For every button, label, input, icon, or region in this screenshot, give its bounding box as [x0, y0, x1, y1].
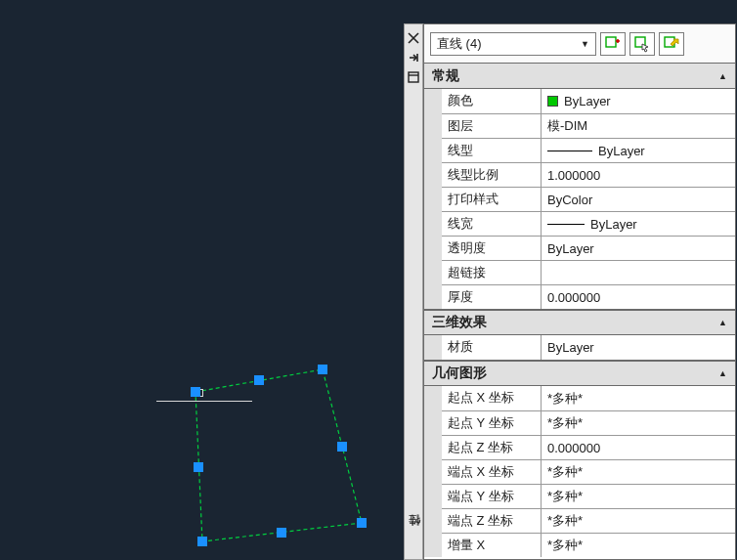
object-type-dropdown[interactable]: 直线 (4) ▼: [430, 32, 596, 56]
prop-row-plotstyle[interactable]: 打印样式 ByColor: [442, 187, 735, 211]
chevron-up-icon: ▲: [718, 71, 727, 81]
prop-row-linetype[interactable]: 线型 ByLayer: [442, 138, 735, 162]
prop-row-lineweight[interactable]: 线宽 ByLayer: [442, 211, 735, 236]
prop-row-start-z[interactable]: 起点 Z 坐标 0.000000: [442, 435, 735, 459]
crosshair-horizontal: [156, 401, 252, 402]
midpoint-grip[interactable]: [337, 442, 347, 452]
prop-value-start-y[interactable]: *多种*: [542, 411, 735, 435]
chevron-up-icon: ▲: [718, 318, 727, 327]
chevron-down-icon: ▼: [581, 39, 589, 49]
prop-row-ltscale[interactable]: 线型比例 1.000000: [442, 162, 735, 187]
prop-row-transparency[interactable]: 透明度 ByLayer: [442, 236, 735, 260]
prop-value-start-z[interactable]: 0.000000: [542, 436, 735, 459]
auto-hide-icon[interactable]: [407, 51, 420, 65]
prop-value-material[interactable]: ByLayer: [542, 335, 735, 360]
prop-row-end-x[interactable]: 端点 X 坐标 *多种*: [442, 459, 735, 484]
prop-value-end-z[interactable]: *多种*: [542, 509, 735, 533]
prop-value-delta-x[interactable]: *多种*: [542, 534, 735, 557]
vertex-grip[interactable]: [357, 518, 367, 528]
prop-value-ltscale[interactable]: 1.000000: [542, 163, 735, 187]
select-objects-button[interactable]: [629, 32, 655, 56]
vertex-grip[interactable]: [191, 387, 200, 397]
color-swatch-icon: [547, 96, 558, 107]
section-gutter: [424, 386, 442, 557]
prop-row-hyperlink[interactable]: 超链接: [442, 260, 735, 284]
prop-row-end-z[interactable]: 端点 Z 坐标 *多种*: [442, 508, 735, 533]
prop-row-delta-x[interactable]: 增量 X *多种*: [442, 533, 735, 557]
prop-row-layer[interactable]: 图层 模-DIM: [442, 113, 735, 138]
midpoint-grip[interactable]: [254, 375, 264, 385]
object-type-label: 直线 (4): [437, 35, 482, 53]
prop-value-hyperlink[interactable]: [542, 261, 735, 284]
prop-row-end-y[interactable]: 端点 Y 坐标 *多种*: [442, 484, 735, 508]
prop-value-color[interactable]: ByLayer: [542, 89, 735, 113]
section-3d-header[interactable]: 三维效果 ▲: [424, 310, 735, 335]
vertex-grip[interactable]: [318, 365, 327, 374]
prop-value-layer[interactable]: 模-DIM: [542, 114, 735, 138]
close-icon[interactable]: [407, 31, 420, 45]
prop-value-end-y[interactable]: *多种*: [542, 485, 735, 508]
section-gutter: [424, 89, 442, 309]
section-general-header[interactable]: 常规 ▲: [424, 64, 735, 89]
toggle-pickadd-button[interactable]: [600, 32, 626, 56]
midpoint-grip[interactable]: [277, 528, 286, 538]
menu-icon[interactable]: [407, 70, 420, 84]
prop-row-color[interactable]: 颜色 ByLayer: [442, 89, 735, 113]
chevron-up-icon: ▲: [718, 368, 727, 378]
svg-rect-7: [606, 37, 616, 47]
quick-select-button[interactable]: [659, 32, 684, 56]
drawing-canvas[interactable]: [0, 0, 430, 560]
midpoint-grip[interactable]: [194, 462, 203, 472]
prop-value-end-x[interactable]: *多种*: [542, 460, 735, 484]
panel-titlebar[interactable]: 特性: [404, 23, 423, 560]
panel-toolbar: 直线 (4) ▼: [424, 24, 735, 64]
prop-value-start-x[interactable]: *多种*: [542, 386, 735, 410]
section-gutter: [424, 335, 442, 360]
linetype-sample-icon: [547, 151, 592, 151]
section-geometry-header[interactable]: 几何图形 ▲: [424, 361, 735, 386]
svg-rect-5: [409, 72, 418, 82]
svg-marker-0: [195, 369, 362, 541]
prop-value-thickness[interactable]: 0.000000: [542, 285, 735, 309]
properties-panel: 特性 直线 (4) ▼ 常规 ▲: [404, 23, 736, 560]
prop-value-linetype[interactable]: ByLayer: [542, 139, 735, 162]
vertex-grip[interactable]: [197, 537, 207, 546]
prop-row-start-y[interactable]: 起点 Y 坐标 *多种*: [442, 410, 735, 435]
prop-value-transparency[interactable]: ByLayer: [542, 237, 735, 260]
prop-value-plotstyle[interactable]: ByColor: [542, 188, 735, 211]
prop-value-lineweight[interactable]: ByLayer: [542, 212, 735, 236]
prop-row-thickness[interactable]: 厚度 0.000000: [442, 284, 735, 309]
panel-body: 直线 (4) ▼ 常规 ▲ 颜色: [423, 23, 736, 560]
prop-row-start-x[interactable]: 起点 X 坐标 *多种*: [442, 386, 735, 410]
lineweight-sample-icon: [547, 224, 585, 225]
prop-row-material[interactable]: 材质 ByLayer: [442, 335, 735, 360]
